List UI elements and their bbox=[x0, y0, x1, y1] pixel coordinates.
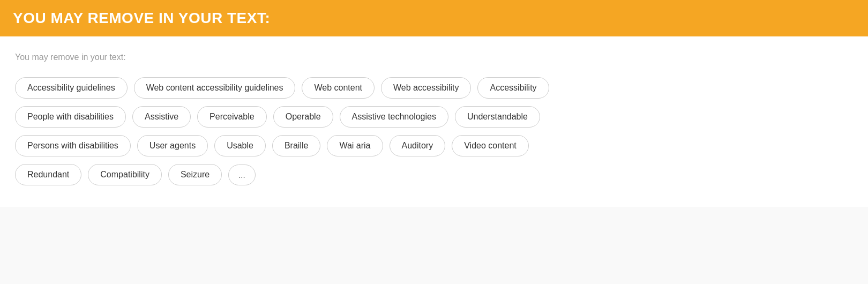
tags-row-1: People with disabilitiesAssistivePerceiv… bbox=[15, 106, 853, 128]
tag-1-2[interactable]: Perceivable bbox=[197, 106, 267, 128]
tag-0-1[interactable]: Web content accessibility guidelines bbox=[134, 77, 296, 99]
header-title: YOU MAY REMOVE IN YOUR TEXT: bbox=[13, 10, 270, 26]
tag-2-3[interactable]: Braille bbox=[272, 135, 320, 156]
tag-0-4[interactable]: Accessibility bbox=[477, 77, 549, 99]
tags-row-0: Accessibility guidelinesWeb content acce… bbox=[15, 77, 853, 99]
header-banner: YOU MAY REMOVE IN YOUR TEXT: bbox=[0, 0, 868, 36]
tags-row-3: RedundantCompatibilitySeizure... bbox=[15, 164, 853, 185]
subtitle: You may remove in your text: bbox=[15, 53, 853, 62]
tags-row-2: Persons with disabilitiesUser agentsUsab… bbox=[15, 135, 853, 156]
tag-2-0[interactable]: Persons with disabilities bbox=[15, 135, 131, 156]
tag-1-1[interactable]: Assistive bbox=[132, 106, 191, 128]
tag-1-0[interactable]: People with disabilities bbox=[15, 106, 126, 128]
tag-0-3[interactable]: Web accessibility bbox=[381, 77, 471, 99]
tag-1-5[interactable]: Understandable bbox=[455, 106, 540, 128]
tag-0-0[interactable]: Accessibility guidelines bbox=[15, 77, 128, 99]
tag-3-0[interactable]: Redundant bbox=[15, 164, 81, 185]
tag-3-3[interactable]: ... bbox=[228, 165, 256, 185]
tag-1-3[interactable]: Operable bbox=[273, 106, 333, 128]
tag-0-2[interactable]: Web content bbox=[302, 77, 375, 99]
tag-1-4[interactable]: Assistive technologies bbox=[340, 106, 448, 128]
main-content: You may remove in your text: Accessibili… bbox=[0, 36, 868, 207]
tag-2-5[interactable]: Auditory bbox=[390, 135, 446, 156]
tag-2-2[interactable]: Usable bbox=[214, 135, 266, 156]
tag-2-1[interactable]: User agents bbox=[137, 135, 208, 156]
tags-section: Accessibility guidelinesWeb content acce… bbox=[15, 77, 853, 185]
tag-2-4[interactable]: Wai aria bbox=[327, 135, 383, 156]
tag-2-6[interactable]: Video content bbox=[452, 135, 529, 156]
tag-3-2[interactable]: Seizure bbox=[168, 164, 222, 185]
tag-3-1[interactable]: Compatibility bbox=[88, 164, 162, 185]
